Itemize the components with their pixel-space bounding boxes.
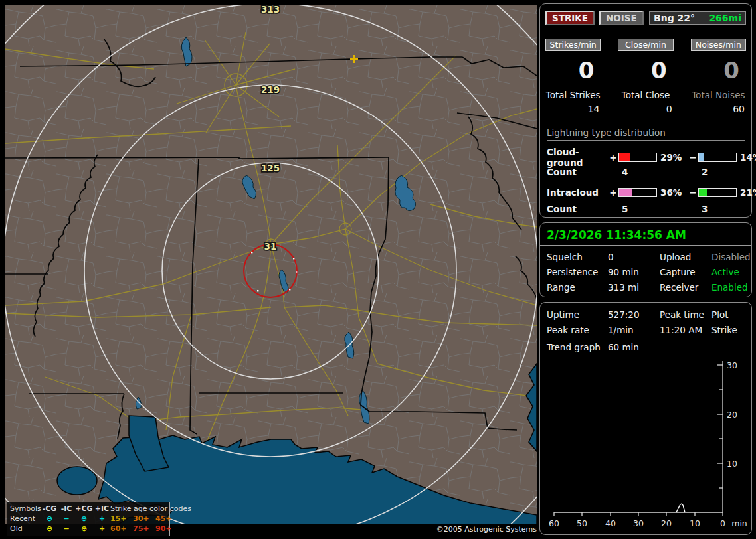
capture-status: Active (711, 267, 751, 277)
legend-row-old-label: Old (10, 524, 41, 533)
plus-sign: + (608, 152, 618, 163)
ic-negative-fill (699, 189, 707, 196)
recent-pos-ic-icon: + (94, 514, 110, 523)
ic-negative-bar (698, 188, 737, 197)
trend-graph-window: 60 min (608, 342, 745, 352)
cg-positive-bar (618, 153, 657, 162)
upload-status: Disabled (711, 252, 751, 262)
peak-time-label: Peak time (660, 309, 711, 320)
receiver-label: Receiver (660, 282, 711, 293)
legend-col-pos-ic: +IC (94, 504, 110, 513)
session-panel: Uptime 527:20 Peak time Plot Peak rate 1… (539, 302, 752, 535)
y-tick-20: 20 (727, 410, 737, 420)
y-tick-10: 10 (727, 459, 737, 469)
x-tick-40: 40 (605, 518, 616, 528)
receiver-status: Enabled (711, 282, 751, 293)
x-tick-20: 20 (661, 518, 672, 528)
cg-negative-fill (699, 153, 704, 161)
recent-neg-ic-icon: − (58, 514, 74, 523)
datetime-display: 2/3/2026 11:34:56 AM (540, 223, 751, 246)
lightning-map[interactable]: 313 219 125 31 (5, 5, 537, 524)
legend-col-neg-cg: -CG (41, 504, 58, 513)
strike-mode-button[interactable]: STRIKE (545, 11, 595, 25)
lightning-distribution-section: Lightning type distribution Cloud-ground… (540, 127, 751, 217)
ic-positive-fill (619, 189, 632, 196)
trend-graph: 30 20 10 60 50 40 30 20 10 0 min (542, 357, 751, 531)
recent-neg-cg-icon: ⊖ (41, 514, 58, 523)
total-close-label: Total Close (618, 90, 673, 100)
ic-negative-pct: 21% (737, 187, 756, 198)
map-canvas: 313 219 125 31 (5, 5, 537, 524)
total-close-value: 0 (618, 104, 673, 114)
distribution-title: Lightning type distribution (547, 127, 745, 141)
age-60: 60+ (110, 524, 133, 533)
ic-positive-bar (618, 188, 657, 197)
close-per-min-value: 0 (618, 59, 673, 82)
legend-col-pos-cg: +CG (74, 504, 94, 513)
age-90: 90+ (155, 524, 175, 533)
close-per-min-header[interactable]: Close/min (618, 38, 673, 51)
plot-label: Plot (711, 309, 745, 320)
status-panel: 2/3/2026 11:34:56 AM Squelch 0 Upload Di… (539, 222, 752, 297)
legend-row-recent-label: Recent (10, 514, 41, 523)
range-value: 313 mi (608, 282, 660, 293)
age-codes-title: Strike age color codes (110, 504, 175, 513)
cg-positive-pct: 29% (657, 152, 688, 163)
minus-sign: − (688, 152, 698, 163)
cg-count-label: Count (547, 167, 608, 177)
intracloud-label: Intracloud (547, 187, 608, 198)
capture-label: Capture (660, 267, 711, 277)
age-15: 15+ (110, 514, 133, 523)
squelch-value: 0 (608, 252, 660, 262)
strikes-per-min-value: 0 (545, 59, 601, 82)
upload-label: Upload (660, 252, 711, 262)
app-window: 313 219 125 31 ©2005 Astrogenic Systems … (0, 0, 756, 539)
peak-rate-label: Peak rate (547, 325, 608, 335)
uptime-label: Uptime (547, 309, 608, 320)
old-neg-ic-icon: − (58, 524, 74, 533)
peak-rate-value: 1/min (608, 325, 660, 335)
legend-col-neg-ic: -IC (58, 504, 74, 513)
age-75: 75+ (133, 524, 155, 533)
squelch-label: Squelch (547, 252, 608, 262)
total-strikes-label: Total Strikes (545, 90, 601, 100)
symbol-legend: Symbols -CG -IC +CG +IC Strike age color… (7, 502, 170, 536)
trend-graph-label: Trend graph (547, 342, 608, 352)
ring-label-31: 31 (264, 241, 277, 252)
peak-time-value: 11:20 AM (660, 325, 711, 335)
bearing-distance-readout: Bng 22° 266mi (649, 11, 746, 25)
total-noises-label: Total Noises (691, 90, 746, 100)
strike-counters-panel: STRIKE NOISE Bng 22° 266mi Strikes/min C… (539, 3, 752, 218)
cg-negative-pct: 14% (737, 152, 756, 163)
cg-positive-fill (619, 153, 630, 161)
plus-sign: + (608, 187, 618, 198)
x-axis-unit: min (731, 518, 747, 528)
noise-mode-button[interactable]: NOISE (599, 11, 644, 25)
old-pos-cg-icon: ⊕ (74, 524, 94, 533)
distance-value: 266mi (709, 13, 741, 23)
y-tick-30: 30 (727, 360, 737, 370)
minus-sign: − (688, 187, 698, 198)
uptime-value: 527:20 (608, 309, 660, 320)
range-label: Range (547, 282, 608, 293)
strikes-per-min-header[interactable]: Strikes/min (545, 38, 601, 51)
x-tick-50: 50 (577, 518, 587, 528)
cg-positive-count: 4 (618, 167, 657, 177)
recent-pos-cg-icon: ⊕ (74, 514, 94, 523)
legend-symbols-header: Symbols (10, 504, 41, 513)
ring-label-219: 219 (261, 84, 280, 95)
ring-label-125: 125 (261, 163, 280, 173)
x-tick-10: 10 (690, 518, 700, 528)
plot-mode-value: Strike (711, 325, 745, 335)
cg-negative-bar (698, 153, 737, 162)
total-strikes-value: 14 (545, 104, 601, 114)
total-noises-value: 60 (691, 104, 746, 114)
noises-per-min-header[interactable]: Noises/min (691, 38, 746, 51)
ic-positive-count: 5 (618, 204, 657, 214)
bearing-value: Bng 22° (654, 13, 695, 23)
noises-per-min-value: 0 (691, 59, 746, 82)
x-tick-30: 30 (633, 518, 644, 528)
old-pos-ic-icon: + (94, 524, 110, 533)
persistence-value: 90 min (608, 267, 660, 277)
age-30: 30+ (133, 514, 155, 523)
